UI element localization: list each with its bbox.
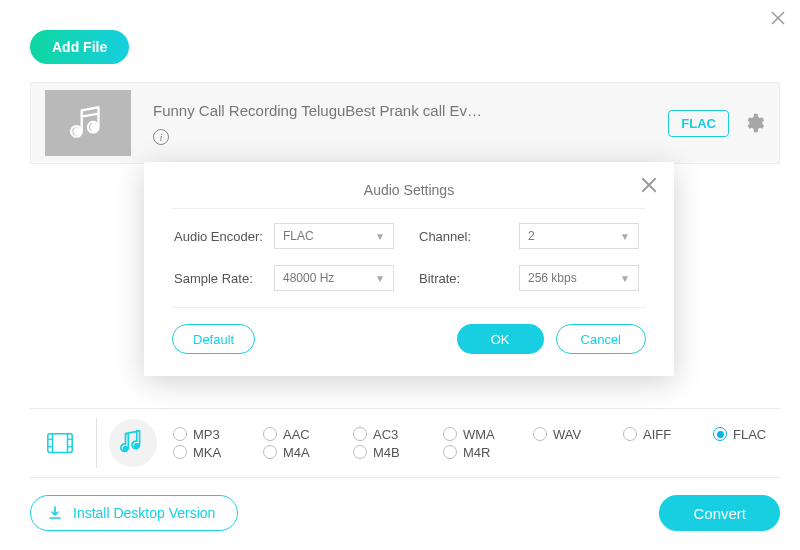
window-close-icon[interactable] [770, 8, 786, 31]
channel-value: 2 [528, 229, 535, 243]
format-option-ac3[interactable]: AC3 [353, 427, 435, 442]
format-option-aiff[interactable]: AIFF [623, 427, 705, 442]
sample-rate-select[interactable]: 48000 Hz ▼ [274, 265, 394, 291]
svg-point-1 [90, 123, 98, 131]
format-option-label: FLAC [733, 427, 766, 442]
svg-point-9 [123, 446, 129, 452]
format-option-wav[interactable]: WAV [533, 427, 615, 442]
file-thumbnail [45, 90, 131, 156]
info-icon[interactable]: i [153, 129, 169, 145]
divider [96, 418, 97, 468]
ok-button[interactable]: OK [457, 324, 544, 354]
radio-icon [443, 427, 457, 441]
format-option-label: M4R [463, 445, 490, 460]
gear-icon[interactable] [743, 112, 765, 134]
format-option-label: MKA [193, 445, 221, 460]
format-option-label: M4B [373, 445, 400, 460]
install-desktop-label: Install Desktop Version [73, 505, 215, 521]
video-type-toggle[interactable] [30, 408, 90, 478]
format-option-wma[interactable]: WMA [443, 427, 525, 442]
default-button[interactable]: Default [172, 324, 255, 354]
convert-button[interactable]: Convert [659, 495, 780, 531]
music-icon [118, 428, 148, 458]
format-option-m4b[interactable]: M4B [353, 445, 435, 460]
bitrate-value: 256 kbps [528, 271, 577, 285]
format-option-m4r[interactable]: M4R [443, 445, 525, 460]
radio-icon [443, 445, 457, 459]
caret-down-icon: ▼ [620, 273, 630, 284]
format-options-grid: MP3AACAC3WMAWAVAIFFFLAC MKAM4AM4BM4R [163, 424, 795, 463]
svg-point-10 [134, 443, 140, 449]
channel-label: Channel: [419, 229, 519, 244]
caret-down-icon: ▼ [375, 231, 385, 242]
caret-down-icon: ▼ [620, 231, 630, 242]
modal-title: Audio Settings [172, 176, 646, 208]
audio-type-toggle[interactable] [109, 419, 157, 467]
format-option-label: AAC [283, 427, 310, 442]
radio-icon [173, 445, 187, 459]
audio-encoder-value: FLAC [283, 229, 314, 243]
audio-encoder-label: Audio Encoder: [174, 229, 274, 244]
sample-rate-label: Sample Rate: [174, 271, 274, 286]
output-format-badge[interactable]: FLAC [668, 110, 729, 137]
divider [172, 208, 646, 209]
radio-icon [623, 427, 637, 441]
format-option-label: WAV [553, 427, 581, 442]
radio-icon [263, 427, 277, 441]
svg-point-0 [73, 127, 81, 135]
file-row: Funny Call Recording TeluguBest Prank ca… [30, 82, 780, 164]
radio-icon [353, 427, 367, 441]
sample-rate-value: 48000 Hz [283, 271, 334, 285]
format-option-mp3[interactable]: MP3 [173, 427, 255, 442]
format-bar: MP3AACAC3WMAWAVAIFFFLAC MKAM4AM4BM4R [30, 408, 780, 478]
radio-icon [173, 427, 187, 441]
radio-icon [263, 445, 277, 459]
format-option-label: MP3 [193, 427, 220, 442]
format-option-label: WMA [463, 427, 495, 442]
modal-close-icon[interactable] [640, 174, 658, 200]
format-option-label: AC3 [373, 427, 398, 442]
radio-icon [353, 445, 367, 459]
format-option-label: M4A [283, 445, 310, 460]
radio-icon [533, 427, 547, 441]
film-icon [45, 428, 75, 458]
channel-select[interactable]: 2 ▼ [519, 223, 639, 249]
bitrate-select[interactable]: 256 kbps ▼ [519, 265, 639, 291]
format-option-mka[interactable]: MKA [173, 445, 255, 460]
file-title: Funny Call Recording TeluguBest Prank ca… [153, 102, 668, 119]
add-file-button[interactable]: Add File [30, 30, 129, 64]
audio-settings-modal: Audio Settings Audio Encoder: FLAC ▼ Cha… [144, 162, 674, 376]
bitrate-label: Bitrate: [419, 271, 519, 286]
music-note-icon [67, 102, 109, 144]
cancel-button[interactable]: Cancel [556, 324, 646, 354]
caret-down-icon: ▼ [375, 273, 385, 284]
svg-rect-2 [48, 434, 72, 453]
format-option-aac[interactable]: AAC [263, 427, 345, 442]
format-option-flac[interactable]: FLAC [713, 427, 795, 442]
radio-icon [713, 427, 727, 441]
format-option-label: AIFF [643, 427, 671, 442]
download-icon [47, 505, 63, 521]
install-desktop-button[interactable]: Install Desktop Version [30, 495, 238, 531]
audio-encoder-select[interactable]: FLAC ▼ [274, 223, 394, 249]
format-option-m4a[interactable]: M4A [263, 445, 345, 460]
